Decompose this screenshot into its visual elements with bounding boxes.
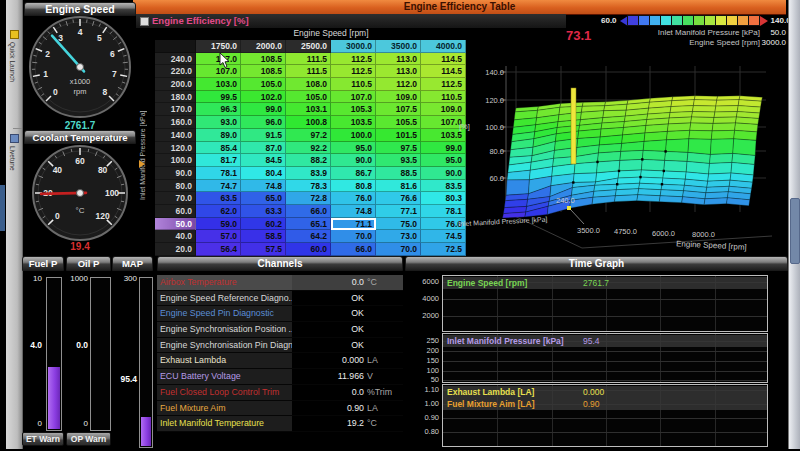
table-cell[interactable]: 77.1 <box>376 205 421 218</box>
table-cell[interactable]: 60.2 <box>241 218 286 231</box>
table-cell[interactable]: 112.5 <box>331 65 376 78</box>
table-cell[interactable]: 108.5 <box>241 53 286 66</box>
table-cell[interactable]: 110.5 <box>331 78 376 91</box>
table-cell[interactable]: 96.0 <box>241 116 286 129</box>
table-col-header[interactable]: 2500.0 <box>286 40 331 53</box>
table-cell[interactable]: 100.8 <box>286 116 331 129</box>
channel-row[interactable]: Inlet Manifold Temperature 19.2 °C <box>157 416 403 432</box>
table-cell[interactable]: 113.0 <box>376 65 421 78</box>
table-cell[interactable]: 109.0 <box>376 91 421 104</box>
channel-row[interactable]: Engine Synchronisation Position ... OK <box>157 322 403 338</box>
table-col-header[interactable]: 3000.0 <box>331 40 376 53</box>
table-cell[interactable]: 107.5 <box>376 103 421 116</box>
table-cell[interactable]: 74.7 <box>196 180 241 193</box>
table-cell[interactable]: 72.8 <box>286 192 331 205</box>
timegraph-header[interactable]: Time Graph <box>405 256 788 271</box>
table-row-header[interactable]: 220.0 <box>155 65 196 78</box>
table-panel-header[interactable]: Engine Efficiency [%] <box>136 14 566 29</box>
table-cell[interactable]: 57.0 <box>196 230 241 243</box>
table-cell[interactable]: 92.2 <box>286 142 331 155</box>
table-row-header[interactable]: 90.0 <box>155 167 196 180</box>
table-cell[interactable]: 63.5 <box>196 192 241 205</box>
table-cell[interactable]: 86.7 <box>331 167 376 180</box>
table-cell[interactable]: 81.6 <box>376 180 421 193</box>
table-row-header[interactable]: 40.0 <box>155 230 196 243</box>
channel-row[interactable]: Engine Speed Reference Diagno... OK <box>157 291 403 307</box>
table-row-header[interactable]: 100.0 <box>155 154 196 167</box>
table-cell[interactable]: 76.6 <box>376 192 421 205</box>
table-col-header[interactable]: 3500.0 <box>376 40 421 53</box>
table-cell[interactable]: 81.7 <box>196 154 241 167</box>
table-cell[interactable]: 93.5 <box>376 154 421 167</box>
table-row-header[interactable]: 200.0 <box>155 78 196 91</box>
taskbar-item-livetune[interactable]: Livetune <box>9 146 16 171</box>
table-cell[interactable]: 95.0 <box>331 142 376 155</box>
table-cell[interactable]: 105.0 <box>286 91 331 104</box>
table-cell[interactable]: 112.5 <box>331 53 376 66</box>
table-cell[interactable]: 103.1 <box>286 103 331 116</box>
table-cell[interactable]: 97.2 <box>286 129 331 142</box>
channel-row[interactable]: Fuel Closed Loop Control Trim 0.0 %Trim <box>157 385 403 401</box>
table-row-header[interactable]: 140.0 <box>155 129 196 142</box>
table-cell[interactable]: 107.0 <box>331 91 376 104</box>
channel-row[interactable]: Fuel Mixture Aim 0.90 LA <box>157 401 403 417</box>
table-cell[interactable]: 84.5 <box>241 154 286 167</box>
bar-gauge-header-map[interactable]: MAP <box>112 256 153 271</box>
table-cell[interactable]: 78.3 <box>286 180 331 193</box>
table-row-header[interactable]: 50.0 <box>155 218 196 231</box>
table-cell[interactable]: 93.0 <box>196 116 241 129</box>
table-cell[interactable]: 108.5 <box>241 65 286 78</box>
table-cell[interactable]: 112.0 <box>376 78 421 91</box>
table-cell[interactable]: 91.5 <box>241 129 286 142</box>
table-cell[interactable]: 57.5 <box>241 243 286 256</box>
table-cell[interactable]: 70.0 <box>376 243 421 256</box>
table-cell[interactable]: 65.0 <box>241 192 286 205</box>
bar-gauge-header-oil-p[interactable]: Oil P <box>66 256 111 271</box>
table-cell[interactable]: 78.1 <box>196 167 241 180</box>
window-title-bar[interactable]: Engine Efficiency Table <box>133 0 786 15</box>
table-cell[interactable]: 75.0 <box>376 218 421 231</box>
table-cell[interactable]: 88.2 <box>286 154 331 167</box>
table-cell[interactable]: 89.0 <box>196 129 241 142</box>
table-cell[interactable]: 80.8 <box>331 180 376 193</box>
left-taskbar[interactable]: Quick Launch Livetune <box>6 0 23 451</box>
table-cell[interactable]: 56.4 <box>196 243 241 256</box>
et-warn-button[interactable]: ET Warn <box>22 432 64 446</box>
table-cell[interactable]: 99.0 <box>241 103 286 116</box>
table-cell[interactable]: 97.5 <box>376 142 421 155</box>
bar-gauge-header-fuel-p[interactable]: Fuel P <box>22 256 64 271</box>
table-cell[interactable]: 83.9 <box>286 167 331 180</box>
efficiency-table[interactable]: 1750.02000.02500.03000.03500.04000.0240.… <box>155 40 466 256</box>
table-cell[interactable]: 88.5 <box>376 167 421 180</box>
table-cell[interactable]: 111.5 <box>286 65 331 78</box>
table-cell[interactable]: 66.0 <box>286 205 331 218</box>
channel-row[interactable]: ECU Battery Voltage 11.966 V <box>157 369 403 385</box>
channel-row[interactable]: Exhaust Lambda 0.000 LA <box>157 353 403 369</box>
table-cell[interactable]: 87.0 <box>241 142 286 155</box>
table-col-header[interactable]: 1750.0 <box>196 40 241 53</box>
table-cell[interactable]: 103.5 <box>331 116 376 129</box>
table-cell[interactable]: 58.5 <box>241 230 286 243</box>
table-cell[interactable]: 62.0 <box>196 205 241 218</box>
table-cell[interactable]: 60.0 <box>286 243 331 256</box>
table-row-header[interactable]: 240.0 <box>155 53 196 66</box>
table-cell[interactable]: 113.0 <box>376 53 421 66</box>
table-cell[interactable]: 108.0 <box>286 78 331 91</box>
table-cell[interactable]: 71.1 <box>331 218 376 231</box>
table-cell[interactable]: 99.5 <box>196 91 241 104</box>
table-cell[interactable]: 66.0 <box>331 243 376 256</box>
table-cell[interactable]: 63.3 <box>241 205 286 218</box>
channel-row[interactable]: Airbox Temperature 0.0 °C <box>157 275 403 291</box>
table-cell[interactable]: 101.5 <box>376 129 421 142</box>
table-cell[interactable]: 80.4 <box>241 167 286 180</box>
table-cell[interactable]: 85.4 <box>196 142 241 155</box>
table-cell[interactable]: 102.0 <box>241 91 286 104</box>
scrollbar-thumb[interactable] <box>790 198 800 264</box>
table-row-header[interactable]: 80.0 <box>155 180 196 193</box>
table-row-header[interactable]: 70.0 <box>155 192 196 205</box>
channels-header[interactable]: Channels <box>157 256 403 271</box>
table-cell[interactable]: 74.8 <box>241 180 286 193</box>
coolant-gauge-header[interactable]: Coolant Temperature <box>24 130 136 144</box>
table-cell[interactable]: 96.3 <box>196 103 241 116</box>
op-warn-button[interactable]: OP Warn <box>66 432 111 446</box>
